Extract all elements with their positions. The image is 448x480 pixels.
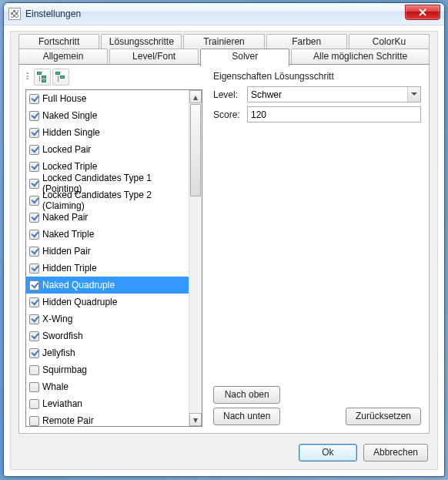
- technique-checkbox[interactable]: [29, 145, 39, 155]
- tab-lösungsschritte[interactable]: Lösungsschritte: [101, 34, 182, 49]
- technique-checkbox[interactable]: [29, 399, 39, 409]
- list-item[interactable]: Whale: [26, 378, 189, 395]
- scroll-up-button[interactable]: ▴: [189, 90, 202, 103]
- technique-label: Locked Triple: [42, 161, 97, 172]
- technique-label: Whale: [42, 381, 69, 392]
- technique-label: Locked Pair: [42, 144, 91, 155]
- list-item[interactable]: Naked Single: [26, 107, 189, 124]
- move-up-button[interactable]: Nach oben: [213, 386, 280, 404]
- technique-checkbox[interactable]: [29, 162, 39, 172]
- score-input[interactable]: [247, 106, 421, 123]
- list-item[interactable]: Full House: [26, 90, 189, 107]
- list-item[interactable]: Locked Pair: [26, 141, 189, 158]
- technique-label: Hidden Quadruple: [42, 297, 117, 307]
- technique-label: Jellyfish: [42, 347, 75, 358]
- titlebar: Einstellungen: [4, 3, 444, 25]
- technique-checkbox[interactable]: [29, 314, 39, 324]
- technique-label: Hidden Pair: [42, 246, 91, 257]
- technique-list[interactable]: Full HouseNaked SingleHidden SingleLocke…: [25, 89, 202, 427]
- technique-label: Squirmbag: [42, 364, 87, 375]
- tab-colorku[interactable]: ColorKu: [349, 34, 430, 49]
- properties-heading: Eigenschaften Lösungsschritt: [213, 71, 421, 82]
- properties-group: Eigenschaften Lösungsschritt Level: Schw…: [213, 71, 421, 126]
- tab-allgemein[interactable]: Allgemein: [18, 49, 108, 64]
- technique-checkbox[interactable]: [29, 128, 39, 138]
- technique-checkbox[interactable]: [29, 416, 39, 426]
- list-item[interactable]: Naked Pair: [26, 209, 189, 226]
- scroll-down-button[interactable]: ▾: [189, 413, 202, 426]
- technique-checkbox[interactable]: [29, 94, 39, 104]
- cancel-button[interactable]: Abbrechen: [363, 444, 428, 462]
- level-select[interactable]: Schwer: [247, 86, 421, 102]
- technique-checkbox[interactable]: [29, 348, 39, 358]
- technique-label: Naked Pair: [42, 212, 88, 223]
- tab-trainieren[interactable]: Trainieren: [183, 34, 264, 49]
- technique-label: Hidden Triple: [42, 263, 97, 274]
- technique-label: X-Wing: [42, 314, 72, 324]
- app-icon: [8, 8, 21, 20]
- list-item[interactable]: Naked Quadruple: [26, 277, 189, 294]
- technique-checkbox[interactable]: [29, 196, 39, 206]
- window-title: Einstellungen: [25, 8, 405, 19]
- list-item[interactable]: X-Wing: [26, 310, 189, 327]
- level-value: Schwer: [251, 89, 282, 100]
- collapse-tree-button[interactable]: [52, 69, 69, 86]
- close-button[interactable]: [405, 5, 440, 20]
- list-item[interactable]: Hidden Quadruple: [26, 294, 189, 310]
- scrollbar[interactable]: ▴ ▾: [189, 90, 202, 426]
- technique-label: Naked Triple: [42, 229, 94, 240]
- technique-checkbox[interactable]: [29, 365, 39, 375]
- technique-checkbox[interactable]: [29, 382, 39, 392]
- technique-checkbox[interactable]: [29, 213, 39, 223]
- tab-farben[interactable]: Farben: [266, 34, 347, 49]
- technique-checkbox[interactable]: [29, 297, 39, 307]
- list-item[interactable]: Squirmbag: [26, 361, 189, 378]
- toolbar: ⠇: [25, 69, 69, 85]
- technique-label: Swordfish: [42, 331, 83, 341]
- list-item[interactable]: Naked Triple: [26, 226, 189, 243]
- settings-window: Einstellungen FortschrittLösungsschritte…: [3, 2, 445, 477]
- list-item[interactable]: Jellyfish: [26, 344, 189, 361]
- tree-expand-icon: [37, 72, 48, 82]
- chevron-down-icon: [407, 87, 420, 102]
- technique-checkbox[interactable]: [29, 263, 39, 274]
- list-item[interactable]: Locked Candidates Type 2 (Claiming): [26, 192, 189, 209]
- client-area: FortschrittLösungsschritteTrainierenFarb…: [10, 31, 438, 470]
- technique-label: Hidden Single: [42, 127, 100, 138]
- reset-button[interactable]: Zurücksetzen: [346, 408, 421, 425]
- technique-label: Naked Single: [42, 110, 97, 121]
- scroll-thumb[interactable]: [190, 104, 201, 196]
- technique-label: Full House: [42, 93, 86, 104]
- score-label: Score:: [213, 109, 247, 120]
- solver-panel: ⠇ Full HouseNaked SingleHidden SingleLoc…: [18, 64, 430, 434]
- expand-tree-button[interactable]: [34, 69, 51, 86]
- technique-label: Remote Pair: [42, 415, 94, 426]
- list-item[interactable]: Leviathan: [26, 395, 189, 412]
- tabstrip: FortschrittLösungsschritteTrainierenFarb…: [11, 32, 437, 64]
- technique-label: Naked Quadruple: [42, 280, 115, 290]
- technique-checkbox[interactable]: [29, 179, 39, 189]
- technique-label: Leviathan: [42, 398, 82, 409]
- list-item[interactable]: Swordfish: [26, 327, 189, 344]
- list-item[interactable]: Hidden Triple: [26, 260, 189, 277]
- list-item[interactable]: Hidden Single: [26, 124, 189, 141]
- list-item[interactable]: Remote Pair: [26, 412, 189, 426]
- close-icon: [419, 8, 426, 16]
- technique-checkbox[interactable]: [29, 331, 39, 341]
- level-label: Level:: [213, 89, 247, 100]
- move-down-button[interactable]: Nach unten: [213, 408, 280, 425]
- technique-checkbox[interactable]: [29, 247, 39, 257]
- tab-alle-m-glichen-schritte[interactable]: Alle möglichen Schritte: [291, 49, 430, 64]
- technique-label: Locked Candidates Type 2 (Claiming): [42, 190, 189, 211]
- technique-checkbox[interactable]: [29, 280, 39, 290]
- technique-checkbox[interactable]: [29, 230, 39, 240]
- tree-collapse-icon: [55, 72, 66, 82]
- technique-checkbox[interactable]: [29, 111, 39, 121]
- tab-level-font[interactable]: Level/Font: [109, 49, 199, 64]
- list-item[interactable]: Hidden Pair: [26, 243, 189, 260]
- ok-button[interactable]: Ok: [299, 444, 357, 462]
- tab-solver[interactable]: Solver: [200, 49, 289, 66]
- tab-fortschritt[interactable]: Fortschritt: [18, 34, 99, 49]
